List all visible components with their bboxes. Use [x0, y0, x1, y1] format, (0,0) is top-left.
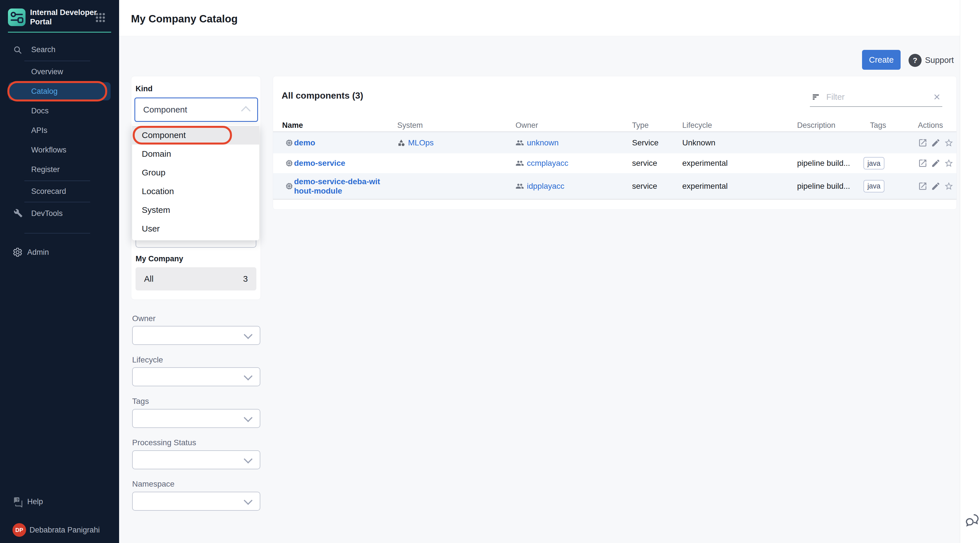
- tag-chip[interactable]: java: [864, 157, 885, 170]
- sidebar-item-admin[interactable]: Admin: [27, 244, 49, 260]
- kind-option-domain[interactable]: Domain: [132, 144, 259, 163]
- chip-icon: [285, 159, 293, 167]
- namespace-select[interactable]: [132, 492, 260, 511]
- kind-label: Kind: [135, 84, 153, 93]
- column-header-description[interactable]: Description: [797, 119, 835, 132]
- logo[interactable]: [8, 8, 25, 26]
- filter-lines-icon: [811, 92, 821, 102]
- tags-label: Tags: [132, 397, 149, 406]
- sidebar-item-workflows[interactable]: Workflows: [31, 142, 66, 158]
- gear-icon: [13, 247, 23, 257]
- tag-chip[interactable]: java: [864, 180, 885, 192]
- help-chat-icon: ?: [13, 497, 23, 507]
- table-bottom-divider: [273, 199, 957, 200]
- kind-option-location[interactable]: Location: [132, 182, 259, 201]
- pencil-icon[interactable]: [931, 138, 940, 148]
- chevron-down-icon: [243, 454, 252, 464]
- owner-link[interactable]: unknown: [527, 138, 558, 148]
- star-icon[interactable]: [944, 159, 954, 168]
- sidebar-item-devtools[interactable]: DevTools: [31, 205, 63, 221]
- system-link[interactable]: MLOps: [408, 138, 434, 148]
- pencil-icon[interactable]: [931, 181, 940, 191]
- lifecycle-cell: Unknown: [682, 132, 716, 153]
- chat-bubbles-icon[interactable]: [964, 513, 980, 528]
- pencil-icon[interactable]: [931, 159, 940, 168]
- page-title: My Company Catalog: [131, 13, 238, 25]
- page-header: [119, 0, 960, 36]
- star-icon[interactable]: [944, 138, 954, 148]
- sidebar-divider: [24, 181, 90, 181]
- entity-link[interactable]: demo-service-deba-wit hout-module: [294, 177, 380, 195]
- svg-text:?: ?: [16, 498, 19, 502]
- table-filter-input[interactable]: [826, 92, 920, 102]
- my-company-count: 3: [243, 274, 248, 284]
- people-icon: [515, 159, 524, 167]
- table-row: demo MLOps unknown Service Unknown: [273, 132, 957, 153]
- lifecycle-cell: experimental: [682, 153, 728, 173]
- description-cell: pipeline build...: [797, 153, 850, 173]
- chevron-down-icon: [243, 496, 252, 505]
- type-cell: Service: [632, 132, 659, 153]
- open-in-new-icon[interactable]: [918, 181, 928, 191]
- entity-link[interactable]: demo-service: [294, 159, 345, 168]
- sidebar-item-overview[interactable]: Overview: [31, 64, 63, 79]
- chevron-down-icon: [243, 413, 252, 422]
- owner-link[interactable]: ccmplayacc: [527, 159, 568, 168]
- chip-icon: [285, 138, 293, 147]
- column-header-name[interactable]: Name: [282, 119, 303, 132]
- sidebar-item-search[interactable]: Search: [31, 42, 56, 57]
- column-header-type[interactable]: Type: [632, 119, 649, 132]
- sidebar-item-apis[interactable]: APIs: [31, 122, 47, 138]
- owner-link[interactable]: idpplayacc: [527, 182, 564, 191]
- column-header-system[interactable]: System: [397, 119, 423, 132]
- sidebar-divider: [24, 202, 90, 202]
- people-icon: [515, 138, 524, 147]
- star-icon[interactable]: [944, 181, 954, 191]
- user-name[interactable]: Debabrata Panigrahi: [30, 522, 100, 538]
- sidebar-divider-accent: [8, 32, 111, 33]
- sidebar-item-docs[interactable]: Docs: [31, 103, 49, 119]
- kind-dropdown: Component Domain Group Location System U…: [132, 125, 259, 240]
- question-circle-icon[interactable]: ?: [908, 54, 921, 67]
- kind-option-component[interactable]: Component: [132, 126, 259, 144]
- right-rail: [960, 0, 980, 543]
- create-button[interactable]: Create: [862, 50, 900, 70]
- kind-option-system[interactable]: System: [132, 201, 259, 219]
- components-table-card: All components (3) Name System Owner Typ…: [273, 76, 957, 210]
- type-cell: service: [632, 153, 657, 173]
- sidebar-item-scorecard[interactable]: Scorecard: [31, 183, 66, 199]
- kind-option-group[interactable]: Group: [132, 163, 259, 182]
- app-grid-icon[interactable]: [96, 13, 104, 21]
- sidebar-item-catalog[interactable]: Catalog: [8, 82, 111, 100]
- column-header-tags[interactable]: Tags: [870, 119, 886, 132]
- lifecycle-select[interactable]: [132, 367, 260, 386]
- chip-icon: [285, 182, 293, 191]
- column-header-lifecycle[interactable]: Lifecycle: [682, 119, 712, 132]
- processing-status-label: Processing Status: [132, 438, 196, 447]
- search-icon: [13, 45, 22, 54]
- tags-select[interactable]: [132, 409, 260, 428]
- people-icon: [515, 182, 524, 191]
- wrench-icon: [14, 209, 23, 218]
- description-cell: pipeline build...: [797, 173, 850, 199]
- open-in-new-icon[interactable]: [918, 138, 928, 148]
- avatar[interactable]: DP: [13, 523, 26, 537]
- column-header-owner[interactable]: Owner: [515, 119, 538, 132]
- column-header-actions[interactable]: Actions: [918, 119, 943, 132]
- app-title: Internal Developer Portal: [30, 8, 101, 27]
- close-icon[interactable]: [932, 92, 942, 102]
- my-company-all-item[interactable]: All 3: [135, 267, 256, 291]
- circuit-logo-icon: [8, 8, 25, 26]
- owner-select[interactable]: [132, 326, 260, 345]
- open-in-new-icon[interactable]: [918, 159, 928, 168]
- support-button[interactable]: Support: [925, 56, 954, 65]
- kind-select[interactable]: Component: [134, 97, 258, 122]
- owner-label: Owner: [132, 314, 155, 323]
- table-filter: [810, 87, 942, 107]
- kind-option-user[interactable]: User: [132, 219, 259, 238]
- entity-link[interactable]: demo: [294, 138, 315, 148]
- processing-status-select[interactable]: [132, 450, 260, 469]
- sidebar-item-help[interactable]: Help: [27, 494, 43, 510]
- lifecycle-label: Lifecycle: [132, 356, 163, 364]
- sidebar-item-register[interactable]: Register: [31, 162, 60, 178]
